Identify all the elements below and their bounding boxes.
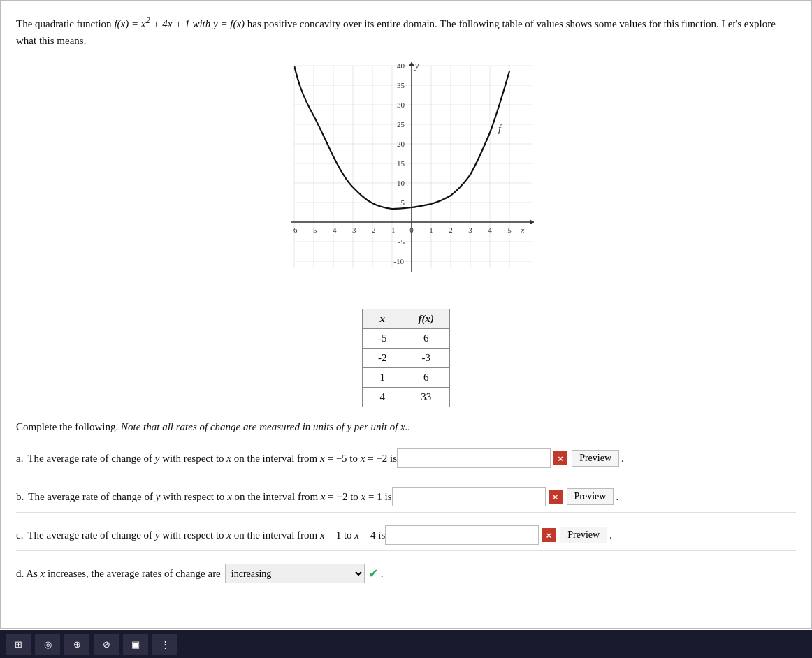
question-b-preview-button[interactable]: Preview	[567, 488, 614, 505]
intro-paragraph: The quadratic function f(x) = x2 + 4x + …	[16, 13, 796, 49]
question-a-period: .	[621, 450, 624, 467]
taskbar-button-files[interactable]: ▣	[123, 634, 148, 655]
question-a-input[interactable]	[397, 448, 551, 468]
question-a-text: The average rate of change of y with res…	[27, 450, 397, 467]
question-b-clear-button[interactable]: ×	[549, 490, 563, 504]
question-b-period: .	[616, 488, 618, 505]
svg-text:5: 5	[507, 226, 512, 234]
svg-text:15: 15	[397, 159, 405, 168]
col-fx-header: f(x)	[403, 309, 450, 329]
table-row: -2 -3	[363, 349, 450, 368]
question-d-text: d. As x increases, the average rates of …	[16, 568, 221, 580]
main-content: The quadratic function f(x) = x2 + 4x + …	[0, 0, 812, 629]
question-c-period: .	[609, 527, 612, 543]
svg-text:5: 5	[401, 198, 405, 207]
svg-text:1: 1	[429, 226, 433, 234]
taskbar: ⊞ ◎ ⊕ ⊘ ▣ ⋮	[0, 630, 812, 658]
table-row: -5 6	[363, 329, 450, 349]
svg-text:40: 40	[397, 61, 405, 70]
question-c-text: The average rate of change of y with res…	[27, 527, 385, 543]
complete-note: Complete the following. Note that all ra…	[16, 421, 796, 433]
svg-text:-10: -10	[393, 257, 404, 265]
svg-text:-6: -6	[291, 226, 298, 234]
question-b-row: b. The average rate of change of y with …	[16, 481, 796, 513]
question-d-period: .	[381, 568, 384, 580]
table-container: x f(x) -5 6 -2 -3 1 6 4	[16, 309, 796, 407]
svg-text:4: 4	[488, 226, 492, 234]
svg-text:25: 25	[397, 120, 405, 129]
question-a-clear-button[interactable]: ×	[553, 451, 567, 465]
question-b-label: b.	[16, 488, 24, 505]
svg-text:30: 30	[397, 101, 405, 109]
question-d-row: d. As x increases, the average rates of …	[16, 558, 796, 589]
svg-text:-3: -3	[349, 226, 356, 234]
table-cell-x: -5	[363, 329, 403, 349]
svg-text:0: 0	[409, 226, 414, 234]
svg-text:-5: -5	[398, 237, 405, 246]
table-cell-fx: 6	[403, 329, 450, 349]
table-cell-x: -2	[363, 349, 403, 368]
question-c-row: c. The average rate of change of y with …	[16, 520, 796, 551]
table-cell-x: 1	[363, 368, 403, 388]
taskbar-button-browser2[interactable]: ⊘	[94, 634, 119, 655]
svg-text:-5: -5	[310, 226, 317, 234]
question-c-preview-button[interactable]: Preview	[560, 527, 607, 543]
svg-text:35: 35	[397, 81, 405, 89]
svg-marker-26	[530, 219, 534, 225]
intro-func: f(x) = x2 + 4x + 1 with y = f(x)	[114, 18, 245, 29]
question-d-select[interactable]: increasing decreasing constant	[225, 564, 365, 583]
svg-text:20: 20	[397, 140, 405, 148]
question-c-clear-button[interactable]: ×	[542, 528, 556, 542]
question-a-preview-button[interactable]: Preview	[572, 450, 619, 467]
table-cell-fx: 6	[403, 368, 450, 388]
svg-text:2: 2	[449, 226, 453, 234]
taskbar-button-start[interactable]: ⊞	[6, 634, 31, 655]
table-cell-x: 4	[363, 388, 403, 407]
taskbar-button-apps[interactable]: ⋮	[152, 634, 177, 655]
question-c-input[interactable]	[385, 525, 539, 545]
question-b-input[interactable]	[392, 487, 546, 506]
question-c-label: c.	[16, 527, 23, 543]
table-cell-fx: 33	[403, 388, 450, 407]
svg-marker-27	[408, 62, 415, 66]
question-d-dropdown-container: increasing decreasing constant	[225, 564, 365, 583]
svg-text:x: x	[521, 226, 525, 234]
question-a-row: a. The average rate of change of y with …	[16, 443, 796, 474]
taskbar-button-search[interactable]: ◎	[35, 634, 60, 655]
graph-container: -6 -5 -4 -3 -2 -1 0 1 2 3 4 5 x 5 10 15 …	[16, 59, 796, 296]
table-cell-fx: -3	[403, 349, 450, 368]
function-graph: -6 -5 -4 -3 -2 -1 0 1 2 3 4 5 x 5 10 15 …	[259, 59, 553, 296]
svg-text:-2: -2	[369, 226, 375, 234]
svg-text:-4: -4	[330, 226, 337, 234]
question-d-checkmark: ✔	[368, 566, 379, 581]
values-table: x f(x) -5 6 -2 -3 1 6 4	[362, 309, 450, 407]
svg-text:3: 3	[468, 226, 472, 234]
table-row: 1 6	[363, 368, 450, 388]
svg-text:-1: -1	[389, 226, 395, 234]
taskbar-button-browser1[interactable]: ⊕	[64, 634, 89, 655]
intro-text1: The quadratic function	[16, 18, 114, 29]
complete-static: Complete the following.	[16, 421, 121, 432]
table-row: 4 33	[363, 388, 450, 407]
curve-label: f	[498, 124, 502, 134]
svg-rect-0	[294, 66, 532, 268]
complete-italic: Note that all rates of change are measur…	[121, 421, 410, 432]
col-x-header: x	[363, 309, 403, 329]
question-b-text: The average rate of change of y with res…	[28, 488, 391, 505]
svg-text:y: y	[414, 61, 419, 71]
svg-text:10: 10	[397, 179, 405, 187]
question-a-label: a.	[16, 450, 23, 467]
